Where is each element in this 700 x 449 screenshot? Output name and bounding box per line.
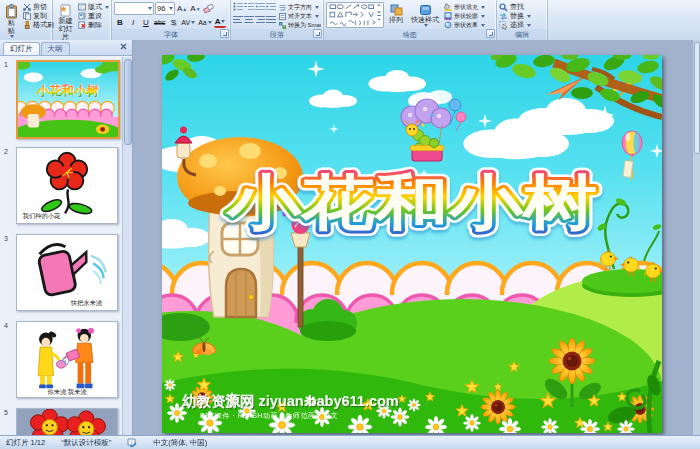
reset-button[interactable]: 重设 (78, 12, 109, 20)
editor-area: 小花和小树 小花和小树 幼教资源网 ziyuan.baby611.com PPT… (133, 40, 700, 436)
italic-button[interactable]: I (127, 17, 139, 28)
thumb4-caption: 你来浇 我来浇 (47, 388, 87, 396)
drawing-dialog-launcher[interactable] (486, 29, 495, 38)
italic-label: I (132, 18, 134, 27)
drawing-group-label: 绘图 (324, 29, 496, 40)
ribbon-empty-space (548, 0, 700, 40)
delete-label: 删除 (88, 20, 102, 30)
quick-styles-button[interactable]: 快速样式 (408, 2, 442, 29)
thumbnail-slide-4[interactable]: 4 (16, 321, 120, 399)
text-shadow-button[interactable]: S (167, 17, 179, 28)
slides-panel: 幻灯片 大纲 1 (0, 40, 133, 436)
replace-button[interactable]: 替换 (499, 12, 531, 20)
slide-number: 4 (4, 322, 8, 329)
clear-formatting-icon[interactable] (203, 4, 214, 14)
shape-fill-icon (444, 3, 452, 11)
thumbnail-slide-1[interactable]: 1 (16, 60, 120, 138)
align-text-button[interactable]: 对齐文本 (279, 12, 321, 20)
slide-artwork: 小花和小树 小花和小树 幼教资源网 ziyuan.baby611.com PPT… (162, 55, 662, 433)
language-indicator[interactable]: 中文(简体, 中国) (153, 438, 207, 448)
select-button[interactable]: 选择 (499, 21, 531, 29)
editor-scrollbar[interactable] (692, 40, 700, 436)
shadow-label: S (171, 18, 176, 27)
strikethrough-label: abc (154, 19, 165, 26)
replace-icon (499, 12, 508, 21)
new-slide-icon (59, 4, 72, 17)
text-direction-icon (279, 4, 286, 11)
paste-label: 粘贴 (5, 19, 18, 35)
shape-effects-label: 形状效果 (454, 21, 478, 30)
shape-fill-label: 形状填充 (454, 3, 478, 12)
scissors-icon (23, 3, 31, 11)
quick-styles-label: 快速样式 (411, 16, 439, 24)
justify-icon[interactable] (266, 15, 276, 24)
slide-title[interactable]: 小花和小树 (225, 169, 597, 236)
grow-font-button[interactable]: A▲ (176, 3, 188, 14)
find-button[interactable]: 查找 (499, 3, 531, 11)
font-size-combo[interactable]: 96 (155, 2, 175, 15)
thumbnail-image: 小花和小树 (16, 60, 120, 139)
delete-slide-button[interactable]: 删除 (78, 21, 109, 29)
arrange-button[interactable]: 排列 (386, 2, 406, 26)
slide-indicator: 幻灯片 1/12 (6, 438, 45, 448)
text-direction-button[interactable]: 文字方向 (279, 3, 321, 11)
thumbnail-slide-3[interactable]: 3 快把水来浇 (16, 234, 120, 312)
numbering-icon[interactable] (244, 2, 254, 11)
decrease-indent-icon[interactable] (255, 2, 265, 11)
thumbnail-image (16, 408, 118, 436)
copy-icon (23, 12, 31, 20)
ribbon-group-paragraph: 文字方向 对齐文本 转换为 SmartArt 段落 (231, 0, 324, 40)
reset-icon (78, 12, 86, 20)
paste-button[interactable]: 粘贴 (2, 2, 21, 40)
panel-scrollbar-thumb[interactable] (124, 59, 132, 145)
ribbon-group-slides: 新建幻灯片 版式 重设 删除 幻灯片 (53, 0, 112, 40)
underline-button[interactable]: U (140, 17, 152, 28)
align-center-icon[interactable] (244, 15, 254, 24)
font-color-button[interactable]: A (214, 17, 227, 28)
panel-scrollbar[interactable] (122, 57, 132, 436)
align-left-icon[interactable] (233, 15, 243, 24)
slide-number: 2 (4, 148, 8, 155)
shapes-gallery[interactable] (326, 2, 384, 28)
tab-slides[interactable]: 幻灯片 (3, 42, 40, 55)
format-painter-label: 格式刷 (33, 20, 54, 30)
convert-smartart-button[interactable]: 转换为 SmartArt (279, 21, 321, 29)
change-case-button[interactable]: Aa (197, 17, 213, 28)
underline-label: U (143, 18, 149, 27)
ribbon-group-clipboard: 粘贴 剪切 复制 格式刷 剪贴板 (0, 0, 53, 40)
ribbon-group-editing: 查找 替换 选择 编辑 (497, 0, 548, 40)
bullets-icon[interactable] (233, 2, 243, 11)
shape-effects-button[interactable]: 形状效果 (444, 21, 490, 29)
align-text-icon (279, 13, 286, 20)
align-right-icon[interactable] (255, 15, 265, 24)
cut-button[interactable]: 剪切 (23, 3, 54, 11)
font-dialog-launcher[interactable] (220, 29, 229, 38)
thumb3-caption: 快把水来浇 (70, 299, 103, 307)
bold-button[interactable]: B (114, 17, 126, 28)
spellcheck-status[interactable] (127, 438, 137, 447)
text-direction-label: 文字方向 (288, 3, 312, 12)
arrange-label: 排列 (389, 16, 403, 24)
format-painter-button[interactable]: 格式刷 (23, 21, 54, 29)
shape-effects-icon (444, 21, 452, 29)
thumbnail-slide-5[interactable]: 5 (16, 408, 120, 436)
smartart-icon (279, 22, 286, 29)
strikethrough-button[interactable]: abc (153, 17, 166, 28)
character-spacing-button[interactable]: AV (180, 17, 196, 28)
editor-scrollbar-thumb[interactable] (694, 42, 700, 154)
increase-indent-icon[interactable] (266, 2, 276, 11)
thumbnail-slide-2[interactable]: 2 我们种的小花 (16, 147, 120, 225)
ribbon-group-drawing: 排列 快速样式 形状填充 形状轮廓 形状效果 绘图 (324, 0, 497, 40)
layout-button[interactable]: 版式 (78, 3, 109, 11)
thumbnail-image: 你来浇 我来浇 (16, 321, 118, 398)
copy-button[interactable]: 复制 (23, 12, 54, 20)
panel-close-button[interactable] (117, 40, 130, 53)
paragraph-dialog-launcher[interactable] (313, 29, 322, 38)
shape-outline-button[interactable]: 形状轮廓 (444, 12, 490, 20)
font-name-combo[interactable] (114, 2, 154, 15)
tab-outline[interactable]: 大纲 (41, 42, 70, 55)
slide-canvas[interactable]: 小花和小树 小花和小树 幼教资源网 ziyuan.baby611.com PPT… (162, 55, 662, 433)
powerpoint-window: 粘贴 剪切 复制 格式刷 剪贴板 新建幻灯片 版式 重设 (0, 0, 700, 449)
shrink-font-button[interactable]: A▼ (189, 3, 201, 14)
shape-fill-button[interactable]: 形状填充 (444, 3, 490, 11)
